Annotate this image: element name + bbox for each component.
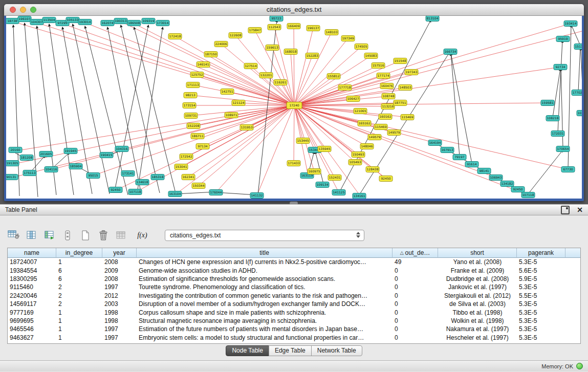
graph-node[interactable]: 141132 (250, 193, 264, 199)
graph-node[interactable]: 153445 (296, 138, 310, 144)
graph-node[interactable]: 163104 (168, 191, 182, 197)
close-panel-icon[interactable]: ✕ (577, 207, 583, 213)
graph-node[interactable]: 92734 (554, 64, 567, 70)
graph-node[interactable]: 190415 (100, 152, 113, 158)
graph-node[interactable]: 116261 (274, 80, 287, 85)
graph-node[interactable]: 190313 (114, 18, 127, 24)
graph-node[interactable]: 170654 (556, 146, 570, 152)
graph-node[interactable]: 20160 (9, 147, 22, 153)
graph-node[interactable]: 104116 (45, 167, 58, 172)
graph-node[interactable]: 141125 (332, 190, 345, 195)
graph-node[interactable]: 168018 (284, 49, 297, 55)
network-graph[interactable]: 1873819610710430711350497295105133193014… (6, 16, 582, 199)
float-panel-icon[interactable] (561, 206, 570, 214)
zoom-window-button[interactable] (30, 7, 36, 13)
graph-node[interactable]: 175113 (23, 170, 36, 176)
delete-table-button[interactable] (97, 229, 110, 242)
column-header-in_degree[interactable]: in_degree (56, 248, 102, 258)
graph-node[interactable]: 160162 (379, 114, 392, 120)
graph-node[interactable]: 191945 (64, 148, 77, 154)
graph-node[interactable]: 113504 (42, 17, 56, 23)
show-columns-button[interactable] (25, 229, 38, 242)
column-header-pagerank[interactable]: pagerank (517, 248, 565, 258)
graph-node[interactable]: 160476 (380, 83, 394, 89)
graph-node[interactable]: 17240 (287, 102, 302, 109)
graph-node[interactable]: 106943 (489, 175, 503, 181)
minimize-window-button[interactable] (20, 7, 26, 13)
graph-node[interactable]: 157516 (372, 63, 385, 69)
close-window-button[interactable] (10, 7, 16, 13)
graph-node[interactable]: 146141 (197, 62, 210, 68)
graph-node[interactable]: 151304 (574, 44, 582, 50)
table-row[interactable]: 1456911722003Disruption of a novel membe… (8, 300, 580, 308)
graph-node[interactable]: 186711 (191, 134, 204, 139)
graph-node[interactable]: 92450 (379, 176, 393, 182)
graph-node[interactable]: 132201 (259, 73, 273, 78)
graph-node[interactable]: 134182 (500, 181, 514, 187)
graph-node[interactable]: 176044 (209, 190, 223, 195)
window-titlebar[interactable]: citations_edges.txt (4, 4, 584, 16)
graph-node[interactable]: 121124 (232, 100, 245, 106)
graph-node[interactable]: 125752 (190, 72, 204, 78)
graph-node[interactable]: 177023 (572, 90, 582, 96)
graph-node[interactable]: 201605 (39, 151, 53, 157)
graph-node[interactable]: 92450 (109, 187, 122, 193)
graph-node[interactable]: 196107 (18, 16, 31, 22)
graph-node[interactable]: 193414 (564, 21, 577, 27)
graph-node[interactable]: 224006 (214, 41, 228, 47)
graph-node[interactable]: 105133 (66, 17, 79, 23)
graph-node[interactable]: 112543 (268, 25, 281, 30)
graph-node[interactable]: 186508 (127, 20, 141, 26)
graph-node[interactable]: 162341 (182, 174, 195, 180)
graph-node[interactable]: 196137 (307, 26, 320, 31)
table-row[interactable]: 2242004622012Investigating the contribut… (8, 292, 580, 300)
graph-node[interactable]: 165162 (358, 121, 371, 126)
graph-node[interactable]: 109319 (142, 18, 155, 24)
graph-node[interactable]: 127514 (244, 63, 257, 69)
graph-node[interactable]: 95723 (270, 16, 283, 21)
edit-table-button[interactable] (43, 229, 56, 242)
graph-node[interactable]: 107118 (521, 192, 535, 198)
graph-node[interactable]: 122608 (229, 33, 242, 38)
graph-node[interactable]: 153041 (175, 164, 188, 170)
graph-node[interactable]: 108971 (225, 113, 238, 118)
table-row[interactable]: 1830029562008Estimation of significance … (8, 275, 580, 283)
table-row[interactable]: 911546021997Tourette syndrome. Phenomeno… (8, 283, 580, 291)
table-row[interactable]: 946362711997Embryonic stem cells: a mode… (8, 334, 580, 342)
graph-node[interactable]: 98141 (477, 168, 491, 174)
graph-node[interactable]: 164194 (428, 140, 442, 146)
graph-node[interactable]: 152208 (187, 123, 200, 129)
graph-node[interactable]: 197343 (405, 70, 418, 75)
graph-node[interactable]: 108218 (546, 116, 559, 121)
graph-node[interactable]: 145083 (364, 53, 378, 59)
graph-node[interactable]: 92450 (511, 187, 525, 192)
graph-node[interactable]: 177174 (377, 73, 390, 79)
graph-node[interactable]: 151548 (394, 58, 407, 64)
graph-node[interactable]: 148503 (399, 85, 412, 91)
graph-node[interactable]: 134161 (353, 193, 366, 199)
table-settings-button[interactable] (7, 229, 20, 242)
tab-edge-table[interactable]: Edge Table (269, 345, 312, 356)
table-row[interactable]: 969969511998Structural magnetic resonanc… (8, 317, 580, 325)
graph-node[interactable]: 166734 (444, 49, 457, 55)
table-row[interactable]: 1872400712008Changes of HCN gene express… (8, 258, 580, 266)
graph-node[interactable]: 150344 (192, 183, 205, 189)
graph-node[interactable]: 167913 (441, 147, 454, 153)
graph-node[interactable]: 18738 (6, 18, 19, 24)
tab-network-table[interactable]: Network Table (311, 345, 362, 356)
network-canvas[interactable]: 1873819610710430711350497295105133193014… (6, 16, 582, 199)
graph-node[interactable]: 172031 (551, 131, 564, 137)
graph-node[interactable]: 160975 (308, 169, 321, 174)
graph-node[interactable]: 95015 (86, 173, 100, 179)
graph-node[interactable]: 90131 (6, 174, 18, 180)
graph-node[interactable]: 173154 (183, 103, 196, 108)
graph-node[interactable]: 172542 (180, 154, 193, 160)
graph-node[interactable]: 113216 (381, 104, 395, 110)
graph-node[interactable]: 97134 (196, 144, 209, 149)
column-header-name[interactable]: name (8, 248, 56, 258)
row-selector-button[interactable] (61, 229, 74, 242)
graph-node[interactable]: 67730 (561, 167, 575, 172)
graph-node[interactable]: 155812 (327, 74, 340, 79)
graph-node[interactable]: 109134 (316, 182, 329, 188)
graph-node[interactable]: 109731 (184, 113, 198, 119)
